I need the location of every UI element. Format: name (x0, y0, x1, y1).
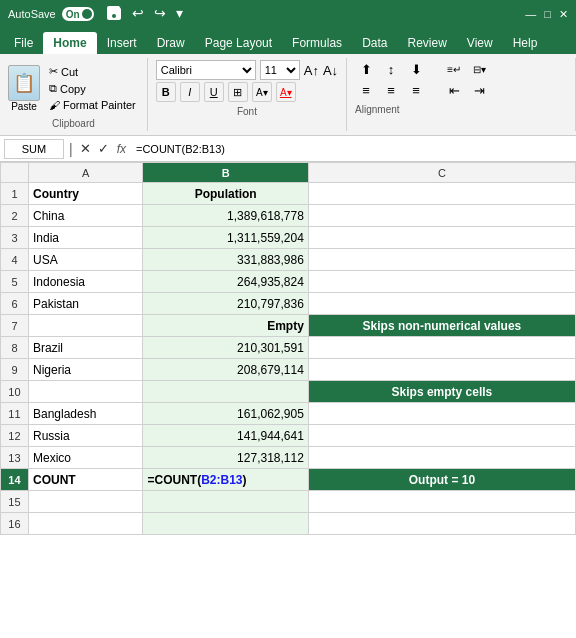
cell-1-a[interactable]: Country (28, 183, 142, 205)
tab-draw[interactable]: Draw (147, 32, 195, 54)
cell-4-a[interactable]: USA (28, 249, 142, 271)
cut-button[interactable]: ✂ Cut (46, 64, 139, 79)
cell-6-b[interactable]: 210,797,836 (143, 293, 308, 315)
cell-4-b[interactable]: 331,883,986 (143, 249, 308, 271)
cell-1-c[interactable] (308, 183, 575, 205)
cell-11-b[interactable]: 161,062,905 (143, 403, 308, 425)
merge-center-button[interactable]: ⊟▾ (468, 60, 490, 78)
cell-3-a[interactable]: India (28, 227, 142, 249)
wrap-text-button[interactable]: ≡↵ (443, 60, 465, 78)
bold-button[interactable]: B (156, 82, 176, 102)
cell-6-c[interactable] (308, 293, 575, 315)
cell-5-b[interactable]: 264,935,824 (143, 271, 308, 293)
cell-13-a[interactable]: Mexico (28, 447, 142, 469)
cell-7-c[interactable]: Skips non-numerical values (308, 315, 575, 337)
cell-13-c[interactable] (308, 447, 575, 469)
cell-12-b[interactable]: 141,944,641 (143, 425, 308, 447)
cell-10-a[interactable] (28, 381, 142, 403)
cell-15-a[interactable] (28, 491, 142, 513)
tab-page-layout[interactable]: Page Layout (195, 32, 282, 54)
cell-2-c[interactable] (308, 205, 575, 227)
formula-input[interactable] (132, 139, 572, 159)
cell-14-a[interactable]: COUNT (28, 469, 142, 491)
fill-color-button[interactable]: A▾ (252, 82, 272, 102)
cell-3-c[interactable] (308, 227, 575, 249)
cell-16-b[interactable] (143, 513, 308, 535)
align-bottom-button[interactable]: ⬇ (405, 60, 427, 78)
cell-9-c[interactable] (308, 359, 575, 381)
decrease-indent-button[interactable]: ⇤ (443, 81, 465, 99)
cell-2-b[interactable]: 1,389,618,778 (143, 205, 308, 227)
increase-indent-button[interactable]: ⇥ (468, 81, 490, 99)
tab-home[interactable]: Home (43, 32, 96, 54)
redo-icon[interactable]: ↪ (154, 5, 166, 24)
cell-8-b[interactable]: 210,301,591 (143, 337, 308, 359)
copy-icon: ⧉ (49, 82, 57, 95)
cell-14-c[interactable]: Output = 10 (308, 469, 575, 491)
cell-12-c[interactable] (308, 425, 575, 447)
tab-help[interactable]: Help (503, 32, 548, 54)
cell-11-a[interactable]: Bangladesh (28, 403, 142, 425)
col-header-b[interactable]: B (143, 163, 308, 183)
maximize-icon[interactable]: □ (544, 8, 551, 21)
paste-button[interactable]: 📋 Paste (8, 65, 40, 112)
cell-12-a[interactable]: Russia (28, 425, 142, 447)
cell-10-c[interactable]: Skips empty cells (308, 381, 575, 403)
font-size-select[interactable]: 11 (260, 60, 300, 80)
font-name-select[interactable]: Calibri (156, 60, 256, 80)
align-middle-button[interactable]: ↕ (380, 60, 402, 78)
border-button[interactable]: ⊞ (228, 82, 248, 102)
tab-insert[interactable]: Insert (97, 32, 147, 54)
align-left-button[interactable]: ≡ (355, 81, 377, 99)
cell-16-c[interactable] (308, 513, 575, 535)
cell-8-c[interactable] (308, 337, 575, 359)
cell-reference-input[interactable] (4, 139, 64, 159)
font-color-button[interactable]: A▾ (276, 82, 296, 102)
col-header-a[interactable]: A (28, 163, 142, 183)
autosave-toggle[interactable]: On (62, 7, 94, 21)
tab-file[interactable]: File (4, 32, 43, 54)
tab-review[interactable]: Review (397, 32, 456, 54)
cell-15-b[interactable] (143, 491, 308, 513)
cell-11-c[interactable] (308, 403, 575, 425)
cell-10-b[interactable] (143, 381, 308, 403)
col-header-c[interactable]: C (308, 163, 575, 183)
cell-3-b[interactable]: 1,311,559,204 (143, 227, 308, 249)
cell-2-a[interactable]: China (28, 205, 142, 227)
italic-button[interactable]: I (180, 82, 200, 102)
confirm-formula-icon[interactable]: ✓ (96, 141, 111, 156)
cell-13-b[interactable]: 127,318,112 (143, 447, 308, 469)
cell-4-c[interactable] (308, 249, 575, 271)
cell-1-b[interactable]: Population (143, 183, 308, 205)
cell-7-b[interactable]: Empty (143, 315, 308, 337)
title-bar-icons: ↩ ↪ ▾ (106, 5, 183, 24)
cell-9-b[interactable]: 208,679,114 (143, 359, 308, 381)
format-painter-button[interactable]: 🖌 Format Painter (46, 98, 139, 112)
cell-5-c[interactable] (308, 271, 575, 293)
tab-data[interactable]: Data (352, 32, 397, 54)
copy-button[interactable]: ⧉ Copy (46, 81, 139, 96)
cell-9-a[interactable]: Nigeria (28, 359, 142, 381)
align-top-button[interactable]: ⬆ (355, 60, 377, 78)
underline-button[interactable]: U (204, 82, 224, 102)
tab-view[interactable]: View (457, 32, 503, 54)
cell-7-a[interactable] (28, 315, 142, 337)
cancel-formula-icon[interactable]: ✕ (78, 141, 93, 156)
toggle-on-label: On (66, 9, 80, 20)
cell-5-a[interactable]: Indonesia (28, 271, 142, 293)
minimize-icon[interactable]: — (525, 8, 536, 21)
increase-font-icon[interactable]: A↑ (304, 63, 319, 78)
align-right-button[interactable]: ≡ (405, 81, 427, 99)
save-icon[interactable] (106, 5, 122, 24)
cell-16-a[interactable] (28, 513, 142, 535)
close-icon[interactable]: ✕ (559, 8, 568, 21)
cell-15-c[interactable] (308, 491, 575, 513)
cell-14-b[interactable]: =COUNT(B2:B13) (143, 469, 308, 491)
decrease-font-icon[interactable]: A↓ (323, 63, 338, 78)
cell-8-a[interactable]: Brazil (28, 337, 142, 359)
align-center-button[interactable]: ≡ (380, 81, 402, 99)
tab-formulas[interactable]: Formulas (282, 32, 352, 54)
cell-6-a[interactable]: Pakistan (28, 293, 142, 315)
undo-icon[interactable]: ↩ (132, 5, 144, 24)
more-commands-icon[interactable]: ▾ (176, 5, 183, 24)
